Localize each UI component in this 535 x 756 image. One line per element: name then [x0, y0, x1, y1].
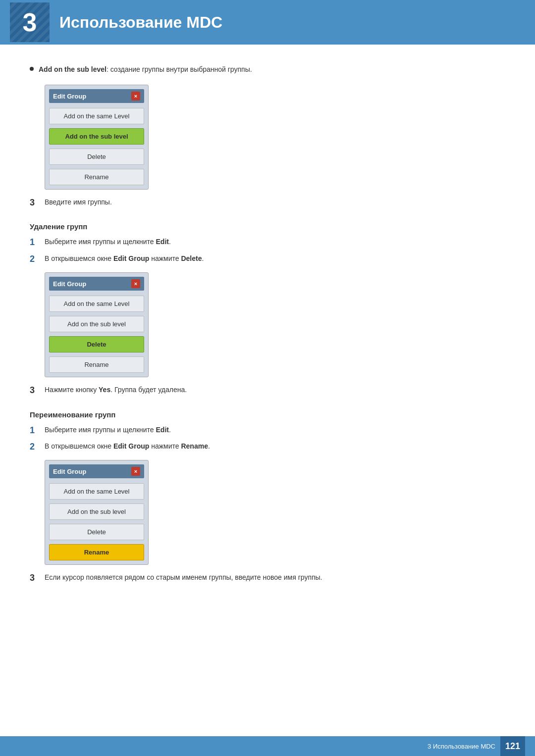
rename-step2-text: В открывшемся окне Edit Group нажмите Re…	[45, 441, 210, 452]
delete-step2-number: 2	[30, 253, 41, 265]
dialog1-btn-rename[interactable]: Rename	[49, 169, 144, 185]
delete-step3: 3 Нажмите кнопку Yes. Группа будет удале…	[30, 385, 505, 396]
rename-step2: 2 В открывшемся окне Edit Group нажмите …	[30, 441, 505, 453]
dialog1-close-button[interactable]: ×	[131, 92, 140, 101]
delete-step1-number: 1	[30, 237, 41, 248]
intro-text: Add on the sub level: создание группы вн…	[39, 64, 252, 75]
dialog3-btn-same-level[interactable]: Add on the same Level	[49, 483, 144, 500]
edit-group-dialog-2: Edit Group × Add on the same Level Add o…	[45, 272, 149, 377]
footer: 3 Использование MDC 121	[0, 736, 535, 756]
rename-step2-number: 2	[30, 441, 41, 453]
step3-text: Введите имя группы.	[45, 197, 112, 207]
header: 3 Использование MDC	[0, 0, 535, 45]
dialog2-btn-rename[interactable]: Rename	[49, 356, 144, 373]
delete-step2-text: В открывшемся окне Edit Group нажмите De…	[45, 253, 204, 264]
intro-bold: Add on the sub level	[39, 65, 107, 73]
dialog1-btn-delete[interactable]: Delete	[49, 149, 144, 165]
dialog2-title: Edit Group	[53, 280, 86, 288]
dialog1-btn-same-level[interactable]: Add on the same Level	[49, 108, 144, 124]
rename-step3: 3 Если курсор появляется рядом со старым…	[30, 572, 505, 584]
rename-step1-number: 1	[30, 425, 41, 436]
dialog1-wrapper: Edit Group × Add on the same Level Add o…	[45, 85, 505, 190]
main-content: Add on the sub level: создание группы вн…	[0, 45, 535, 629]
section-rename-heading: Переименование групп	[30, 410, 505, 419]
delete-step2: 2 В открывшемся окне Edit Group нажмите …	[30, 253, 505, 265]
dialog3-btn-delete[interactable]: Delete	[49, 524, 144, 540]
section-delete-heading: Удаление групп	[30, 222, 505, 231]
dialog1-title-bar: Edit Group ×	[49, 89, 144, 103]
step3-number: 3	[30, 197, 41, 208]
footer-page-number: 121	[500, 736, 525, 756]
footer-text: 3 Использование MDC	[428, 743, 495, 750]
dialog2-title-bar: Edit Group ×	[49, 277, 144, 291]
delete-step3-text: Нажмите кнопку Yes. Группа будет удалена…	[45, 385, 187, 395]
dialog3-title: Edit Group	[53, 468, 86, 475]
rename-step1: 1 Выберите имя группы и щелкните Edit.	[30, 425, 505, 436]
dialog2-btn-sub-level[interactable]: Add on the sub level	[49, 316, 144, 332]
dialog2-wrapper: Edit Group × Add on the same Level Add o…	[45, 272, 505, 377]
rename-step3-number: 3	[30, 572, 41, 584]
delete-step1: 1 Выберите имя группы и щелкните Edit.	[30, 237, 505, 248]
intro-bullet: Add on the sub level: создание группы вн…	[30, 64, 505, 75]
edit-group-dialog-3: Edit Group × Add on the same Level Add o…	[45, 460, 149, 565]
dialog2-btn-delete[interactable]: Delete	[49, 336, 144, 353]
rename-step1-text: Выберите имя группы и щелкните Edit.	[45, 425, 171, 435]
dialog3-btn-rename[interactable]: Rename	[49, 544, 144, 560]
dialog1-btn-sub-level[interactable]: Add on the sub level	[49, 128, 144, 145]
intro-rest: : создание группы внутри выбранной групп…	[107, 65, 252, 73]
chapter-number-box: 3	[10, 2, 50, 42]
chapter-number: 3	[23, 7, 37, 37]
bullet-icon	[30, 67, 34, 71]
edit-group-dialog-1: Edit Group × Add on the same Level Add o…	[45, 85, 149, 190]
step3-enter-group: 3 Введите имя группы.	[30, 197, 505, 208]
chapter-title: Использование MDC	[59, 13, 222, 32]
dialog2-btn-same-level[interactable]: Add on the same Level	[49, 296, 144, 312]
delete-step1-text: Выберите имя группы и щелкните Edit.	[45, 237, 171, 247]
rename-step3-text: Если курсор появляется рядом со старым и…	[45, 572, 322, 583]
dialog3-close-button[interactable]: ×	[131, 467, 140, 476]
dialog3-title-bar: Edit Group ×	[49, 464, 144, 478]
dialog3-wrapper: Edit Group × Add on the same Level Add o…	[45, 460, 505, 565]
dialog1-title: Edit Group	[53, 93, 86, 100]
delete-step3-number: 3	[30, 385, 41, 396]
dialog2-close-button[interactable]: ×	[131, 279, 140, 288]
dialog3-btn-sub-level[interactable]: Add on the sub level	[49, 504, 144, 520]
